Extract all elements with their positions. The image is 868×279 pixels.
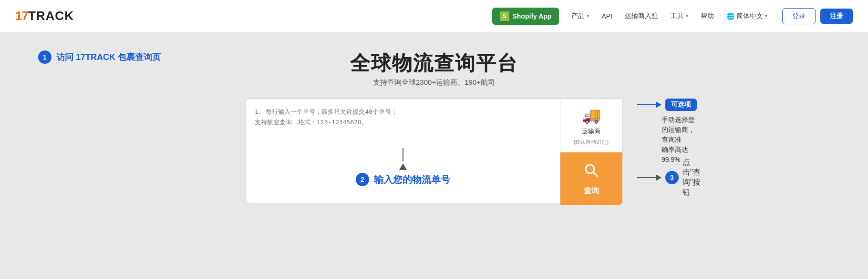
tracking-input-wrapper: 2 输入您的物流单号 [246, 99, 560, 205]
nav-tools-label: 工具 [671, 12, 684, 20]
chevron-down-icon: ▾ [587, 13, 589, 19]
nav-carrier[interactable]: 运输商入驻 [620, 9, 663, 23]
chevron-down-icon-tools: ▾ [686, 13, 688, 19]
nav-lang-label: 简体中文 [736, 12, 763, 20]
query-label: 查询 [584, 186, 599, 196]
carrier-label-sub: (默认自动识别) [574, 139, 609, 146]
truck-icon: 🚚 [582, 106, 601, 124]
svg-line-1 [593, 172, 597, 176]
arrow-head-step3-icon [656, 174, 661, 181]
nav-api-label: API [601, 12, 612, 20]
step3-annotation: 3 点击"查询"按钮 [637, 158, 701, 198]
optional-annotation-group: 可选项 手动选择您的运输商，查询准 确率高达99.9% [637, 99, 697, 165]
globe-icon: 🌐 [726, 12, 734, 20]
nav-products-label: 产品 [571, 12, 585, 20]
right-panel: 🚚 运输商 (默认自动识别) 查询 [560, 99, 622, 205]
step1-label: 访问 17TRACK 包裹查询页 [56, 51, 161, 63]
search-wrapper: 2 输入您的物流单号 🚚 运输商 (默认自动识别) [246, 94, 622, 205]
nav-api[interactable]: API [597, 10, 617, 23]
shopify-app-label: Shopify App [513, 12, 552, 20]
optional-desc-line1: 手动选择您的运输商，查询准 [661, 115, 697, 145]
query-button[interactable]: 查询 [560, 152, 622, 206]
search-container: 2 输入您的物流单号 🚚 运输商 (默认自动识别) [246, 99, 622, 205]
logo-track-text: TRACK [28, 9, 74, 23]
step1-annotation: 1 访问 17TRACK 包裹查询页 [38, 50, 161, 64]
main-title: 全球物流查询平台 [350, 51, 518, 75]
nav-help[interactable]: 帮助 [696, 9, 719, 23]
tracking-number-input[interactable] [246, 99, 560, 203]
nav-carrier-label: 运输商入驻 [625, 12, 658, 20]
title-section: 全球物流查询平台 支持查询全球2300+运输商、190+航司 [350, 51, 518, 87]
logo[interactable]: 17 TRACK [15, 9, 74, 23]
step3-label: 点击"查询"按钮 [682, 158, 701, 198]
arrow-line-optional [637, 104, 656, 105]
optional-arrow [637, 101, 661, 108]
main-subtitle: 支持查询全球2300+运输商、190+航司 [350, 78, 518, 87]
header: 17 TRACK S Shopify App 产品 ▾ API 运输商入驻 工具… [0, 0, 868, 32]
optional-arrow-row: 可选项 [637, 99, 697, 111]
main-content: 1 访问 17TRACK 包裹查询页 全球物流查询平台 支持查询全球2300+运… [0, 32, 868, 279]
shopify-icon: S [500, 11, 509, 21]
logo-17-text: 17 [15, 9, 28, 23]
chevron-down-icon-lang: ▾ [765, 13, 767, 19]
carrier-selector-button[interactable]: 🚚 运输商 (默认自动识别) [560, 99, 622, 152]
arrow-line-step3 [637, 177, 656, 178]
search-icon [583, 162, 600, 183]
nav-tools[interactable]: 工具 ▾ [666, 9, 693, 23]
optional-badge: 可选项 [665, 99, 697, 111]
nav-language[interactable]: 🌐 简体中文 ▾ [722, 9, 772, 23]
step3-badge: 3 [665, 171, 679, 184]
step3-arrow [637, 174, 661, 181]
nav-help-label: 帮助 [701, 12, 714, 20]
login-button[interactable]: 登录 [782, 8, 816, 24]
header-nav: S Shopify App 产品 ▾ API 运输商入驻 工具 ▾ 帮助 🌐 简… [492, 8, 853, 25]
nav-divider [777, 11, 777, 21]
step1-badge: 1 [38, 50, 52, 64]
arrow-head-left-icon [656, 101, 661, 108]
register-button[interactable]: 注册 [820, 9, 853, 24]
carrier-label-main: 运输商 [582, 127, 600, 136]
shopify-app-button[interactable]: S Shopify App [492, 8, 559, 25]
nav-products[interactable]: 产品 ▾ [567, 9, 594, 23]
